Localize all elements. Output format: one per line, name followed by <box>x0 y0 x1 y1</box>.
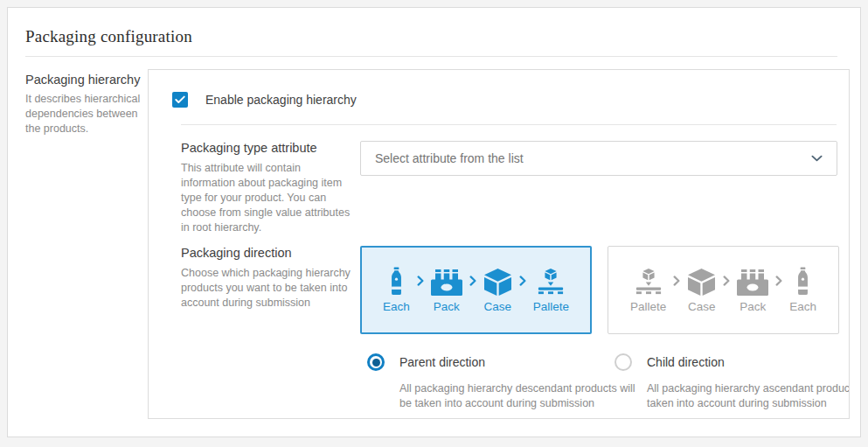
chevron-right-icon <box>469 276 476 286</box>
step-each: Each <box>789 267 816 313</box>
child-direction-card[interactable]: Pallete Case Pack <box>608 246 839 334</box>
case-icon <box>687 269 716 296</box>
child-direction-option: Child direction All packaging hierarchy … <box>615 353 850 411</box>
attribute-select-placeholder: Select attribute from the list <box>375 151 811 165</box>
chevron-right-icon <box>417 276 424 286</box>
step-label: Pack <box>740 300 766 313</box>
pallet-icon <box>634 269 663 296</box>
step-label: Each <box>789 300 816 313</box>
step-pack: Pack <box>737 267 768 313</box>
parent-direction-radio[interactable] <box>367 353 385 371</box>
sidebar-packaging-hierarchy: Packaging hierarchy It describes hierarc… <box>25 73 149 136</box>
direction-radios-row: Parent direction All packaging hierarchy… <box>360 353 850 411</box>
direction-control-col: Each Pack Case <box>360 246 850 411</box>
type-attribute-control-col: Select attribute from the list <box>360 141 849 176</box>
header-divider <box>25 56 837 57</box>
attribute-select-dropdown[interactable]: Select attribute from the list <box>360 141 837 176</box>
step-case: Case <box>483 267 512 313</box>
direction-description: Choose which packaging hierarchy product… <box>181 266 351 311</box>
step-each: Each <box>383 267 410 313</box>
step-label: Pallete <box>533 300 569 313</box>
direction-label-col: Packaging direction Choose which packagi… <box>181 246 351 311</box>
type-attribute-label-col: Packaging type attribute This attribute … <box>181 141 351 235</box>
step-label: Case <box>483 300 511 313</box>
page-title: Packaging configuration <box>25 27 837 46</box>
chevron-down-icon <box>811 155 823 162</box>
step-label: Case <box>688 300 716 313</box>
chevron-right-icon <box>723 276 730 286</box>
panel-divider <box>181 124 837 125</box>
section-type-attribute: Packaging type attribute This attribute … <box>149 141 849 235</box>
section-packaging-direction: Packaging direction Choose which packagi… <box>149 246 849 411</box>
child-direction-description: All packaging hierarchy ascendant produc… <box>647 381 850 411</box>
type-attribute-label: Packaging type attribute <box>181 141 351 155</box>
enable-row: Enable packaging hierarchy <box>172 92 849 108</box>
pack-icon <box>431 269 462 296</box>
step-pallete: Pallete <box>630 267 666 313</box>
direction-label: Packaging direction <box>181 246 351 260</box>
step-case: Case <box>687 267 716 313</box>
step-pallete: Pallete <box>533 267 569 313</box>
enable-checkbox[interactable] <box>172 92 188 108</box>
sidebar-label: Packaging hierarchy <box>25 73 149 87</box>
pack-icon <box>737 269 768 296</box>
parent-direction-card[interactable]: Each Pack Case <box>360 246 592 334</box>
chevron-right-icon <box>673 276 680 286</box>
settings-panel: Enable packaging hierarchy Packaging typ… <box>148 69 850 419</box>
pallet-icon <box>536 269 566 296</box>
parent-direction-description: All packaging hierarchy descendant produ… <box>399 381 646 411</box>
direction-cards-row: Each Pack Case <box>360 246 850 334</box>
bottle-icon <box>796 267 809 296</box>
sidebar-description: It describes hierarchical dependencies b… <box>25 92 149 136</box>
step-label: Each <box>383 300 410 313</box>
parent-direction-label: Parent direction <box>399 355 485 369</box>
packaging-configuration-card: Packaging configuration Packaging hierar… <box>7 7 861 437</box>
case-icon <box>483 269 512 296</box>
radio-dot <box>372 359 380 367</box>
step-label: Pallete <box>630 300 666 313</box>
card-header: Packaging configuration <box>8 8 860 46</box>
type-attribute-description: This attribute will contain information … <box>181 161 351 235</box>
check-icon <box>175 95 185 104</box>
child-direction-label: Child direction <box>647 355 725 369</box>
step-label: Pack <box>434 300 460 313</box>
chevron-right-icon <box>519 276 526 286</box>
chevron-right-icon <box>775 276 782 286</box>
step-pack: Pack <box>431 267 462 313</box>
child-direction-radio[interactable] <box>615 353 632 371</box>
bottle-icon <box>390 267 403 296</box>
enable-checkbox-label: Enable packaging hierarchy <box>205 93 357 107</box>
parent-direction-option: Parent direction All packaging hierarchy… <box>367 353 615 411</box>
